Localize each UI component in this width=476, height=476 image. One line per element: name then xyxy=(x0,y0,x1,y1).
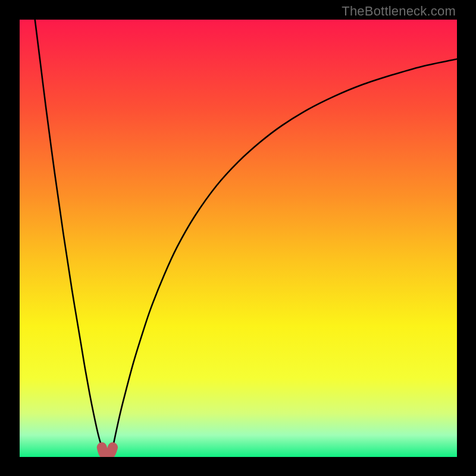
watermark-text: TheBottleneck.com xyxy=(342,4,456,19)
chart-frame: TheBottleneck.com xyxy=(0,0,476,476)
curve-right-branch xyxy=(113,59,457,447)
plot-area xyxy=(20,20,457,457)
bottom-u-marker xyxy=(102,447,112,455)
curve-layer xyxy=(20,20,457,457)
curve-left-branch xyxy=(35,20,102,447)
